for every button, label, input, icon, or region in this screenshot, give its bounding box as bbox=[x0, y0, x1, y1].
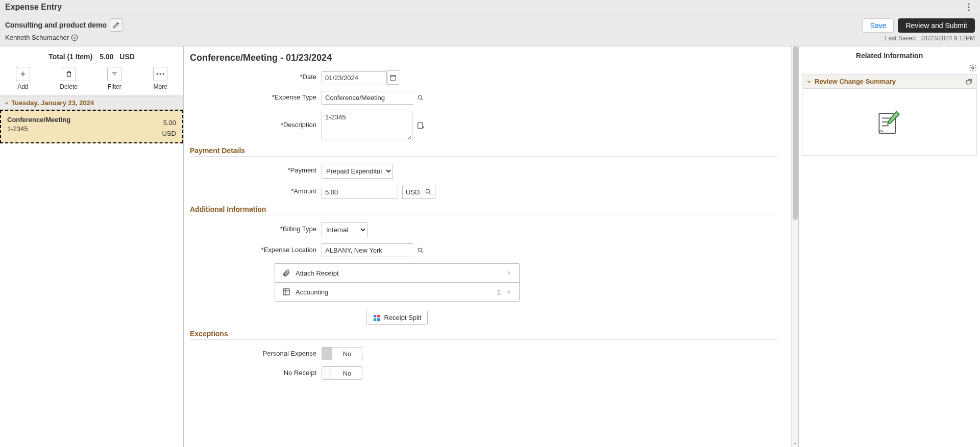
section-additional-info: Additional Information bbox=[190, 205, 777, 215]
expense-item-desc: 1-2345 bbox=[7, 125, 70, 133]
search-icon bbox=[417, 94, 424, 102]
review-change-summary-card: Review Change Summary bbox=[802, 74, 977, 156]
chevron-down-icon bbox=[793, 441, 798, 446]
expense-item-type: Conference/Meeting bbox=[7, 116, 70, 123]
no-receipt-toggle[interactable]: No bbox=[322, 366, 362, 380]
label-expense-location: *Expense Location bbox=[190, 243, 322, 254]
svg-rect-12 bbox=[283, 289, 289, 295]
gear-icon bbox=[969, 64, 977, 72]
center-panel: Conference/Meeting - 01/23/2024 *Date *E… bbox=[184, 46, 798, 447]
svg-point-17 bbox=[972, 67, 974, 69]
filter-button[interactable]: Filter bbox=[94, 67, 135, 90]
expense-type-lookup[interactable] bbox=[414, 94, 427, 102]
plus-icon bbox=[19, 70, 27, 78]
chevron-down-icon bbox=[4, 101, 9, 106]
svg-rect-14 bbox=[377, 314, 379, 317]
pencil-icon bbox=[113, 21, 120, 29]
report-title: Consulting and product demo bbox=[5, 21, 107, 29]
date-group-header[interactable]: Tuesday, January 23, 2024 bbox=[0, 96, 183, 110]
split-icon bbox=[373, 314, 380, 321]
more-horizontal-icon bbox=[156, 72, 164, 76]
chevron-right-icon bbox=[506, 270, 512, 276]
left-panel: Total (1 Item) 5.00 USD Add Delete Filte… bbox=[0, 46, 184, 447]
section-payment-details: Payment Details bbox=[190, 146, 777, 157]
svg-rect-15 bbox=[373, 318, 376, 320]
personal-expense-toggle[interactable]: No bbox=[322, 347, 362, 360]
accounting-row[interactable]: Accounting 1 bbox=[275, 282, 519, 301]
date-input[interactable] bbox=[322, 71, 387, 84]
user-selector[interactable]: Kenneth Schumacher bbox=[5, 34, 123, 41]
accounting-icon bbox=[282, 288, 290, 296]
summary-body bbox=[802, 89, 976, 155]
total-row: Total (1 Item) 5.00 USD bbox=[0, 46, 183, 65]
top-bar: Expense Entry bbox=[0, 0, 980, 14]
svg-rect-18 bbox=[967, 80, 970, 84]
kebab-menu[interactable] bbox=[963, 1, 975, 13]
amount-input[interactable] bbox=[322, 186, 398, 198]
review-submit-button[interactable]: Review and Submit bbox=[898, 18, 975, 33]
related-info-header: Related Information bbox=[799, 46, 980, 74]
expense-item-currency: USD bbox=[162, 130, 176, 137]
sub-header: Consulting and product demo Kenneth Schu… bbox=[0, 14, 980, 46]
scrollbar[interactable] bbox=[791, 46, 798, 447]
related-info-settings[interactable] bbox=[969, 64, 977, 72]
label-date: *Date bbox=[190, 70, 322, 81]
save-button[interactable]: Save bbox=[862, 18, 894, 33]
form-scroll[interactable]: Conference/Meeting - 01/23/2024 *Date *E… bbox=[184, 46, 791, 447]
panel-group: Attach Receipt Accounting 1 bbox=[275, 263, 520, 302]
main-layout: Total (1 Item) 5.00 USD Add Delete Filte… bbox=[0, 46, 980, 447]
svg-point-4 bbox=[157, 73, 158, 75]
label-amount: *Amount bbox=[190, 185, 322, 195]
chevron-down-circle-icon bbox=[71, 34, 78, 41]
summary-header-toggle[interactable]: Review Change Summary bbox=[806, 78, 896, 85]
summary-expand-button[interactable] bbox=[965, 78, 972, 85]
label-description: *Description bbox=[190, 111, 322, 129]
svg-rect-13 bbox=[373, 314, 376, 317]
expand-icon bbox=[965, 78, 972, 85]
section-exceptions: Exceptions bbox=[190, 330, 777, 340]
svg-point-8 bbox=[418, 95, 422, 99]
scrollbar-thumb[interactable] bbox=[793, 46, 798, 220]
search-icon bbox=[425, 188, 432, 195]
svg-point-5 bbox=[160, 73, 161, 75]
expense-location-lookup[interactable] bbox=[414, 247, 427, 254]
more-button[interactable]: More bbox=[140, 67, 181, 90]
date-picker-button[interactable] bbox=[387, 70, 399, 85]
svg-point-10 bbox=[426, 189, 430, 193]
paperclip-icon bbox=[282, 269, 290, 277]
receipt-split-button[interactable]: Receipt Split bbox=[366, 311, 428, 325]
expense-type-input[interactable] bbox=[322, 91, 414, 104]
delete-button[interactable]: Delete bbox=[48, 67, 89, 90]
billing-type-select[interactable]: Internal bbox=[322, 222, 368, 237]
trash-icon bbox=[65, 70, 72, 78]
chevron-down-icon bbox=[806, 79, 812, 84]
calendar-icon bbox=[389, 74, 397, 81]
svg-point-2 bbox=[968, 9, 969, 11]
label-no-receipt: No Receipt bbox=[190, 366, 322, 377]
last-saved: Last Saved 01/23/2024 9:12PM bbox=[885, 35, 975, 42]
label-payment: *Payment bbox=[190, 164, 322, 174]
currency-lookup[interactable]: USD bbox=[402, 185, 435, 199]
payment-select[interactable]: Prepaid Expenditures bbox=[322, 164, 393, 179]
more-vertical-icon bbox=[968, 3, 970, 11]
scrollbar-down-button[interactable] bbox=[792, 440, 798, 447]
edit-title-button[interactable] bbox=[110, 18, 123, 32]
expense-item[interactable]: Conference/Meeting 1-2345 5.00 USD bbox=[0, 110, 183, 143]
svg-point-11 bbox=[418, 248, 422, 252]
svg-point-6 bbox=[163, 73, 164, 75]
label-expense-type: *Expense Type bbox=[190, 91, 322, 101]
notepad-pencil-icon bbox=[874, 107, 905, 137]
attach-receipt-row[interactable]: Attach Receipt bbox=[275, 264, 519, 282]
svg-point-1 bbox=[968, 6, 969, 8]
filter-icon bbox=[111, 70, 118, 78]
left-toolbar: Add Delete Filter More bbox=[0, 65, 183, 96]
svg-rect-7 bbox=[390, 76, 396, 80]
description-input[interactable]: 1-2345 bbox=[322, 111, 412, 140]
svg-rect-9 bbox=[418, 123, 423, 129]
add-button[interactable]: Add bbox=[3, 67, 43, 90]
expense-location-input[interactable] bbox=[322, 244, 414, 257]
svg-point-3 bbox=[71, 35, 78, 41]
chevron-right-icon bbox=[506, 289, 512, 295]
form-title: Conference/Meeting - 01/23/2024 bbox=[190, 53, 777, 63]
description-expand-button[interactable] bbox=[416, 121, 425, 130]
